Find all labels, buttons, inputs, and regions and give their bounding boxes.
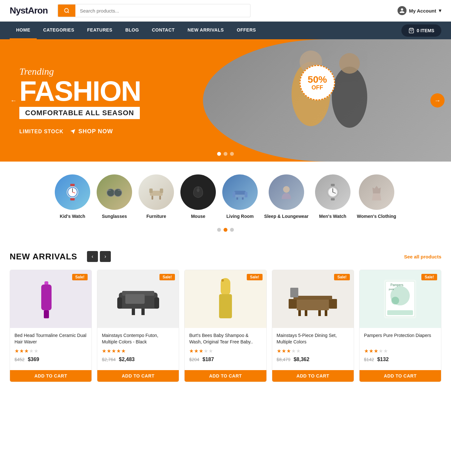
new-arrivals-section: NEW ARRIVALS ‹ › See all products Sale! … bbox=[0, 241, 451, 395]
product-prices-2: $2,764 $2,483 bbox=[102, 357, 174, 362]
category-mens-watch[interactable]: Men's Watch bbox=[315, 174, 350, 219]
product-sale-badge-2: Sale! bbox=[159, 274, 175, 280]
category-kids-watch[interactable]: Kid's Watch bbox=[55, 174, 90, 219]
banner-content: Trending FASHION COMFORTABLE ALL SEASON … bbox=[0, 53, 248, 148]
product-stars-4: ★★★★★ bbox=[277, 348, 349, 354]
add-to-cart-4[interactable]: Add to Cart bbox=[272, 370, 354, 382]
nav-item-features[interactable]: FEATURES bbox=[81, 22, 119, 39]
product-name-3: Burt's Bees Baby Shampoo & Wash, Origina… bbox=[189, 332, 262, 345]
category-living-room-label: Living Room bbox=[226, 214, 254, 219]
svg-rect-30 bbox=[331, 184, 335, 186]
shop-now-button[interactable]: SHOP NOW bbox=[70, 128, 113, 135]
product-card-3: Sale! Burt's Bees Baby Shampoo & Wash, O… bbox=[184, 270, 266, 382]
product-prices-1: $452 $369 bbox=[14, 357, 87, 362]
svg-point-0 bbox=[64, 8, 68, 12]
banner-dots bbox=[217, 152, 234, 156]
add-to-cart-2[interactable]: Add to Cart bbox=[97, 370, 179, 382]
svg-rect-64 bbox=[387, 310, 413, 315]
svg-rect-50 bbox=[289, 299, 297, 309]
category-sunglasses[interactable]: Sunglasses bbox=[97, 174, 132, 219]
nav-item-home[interactable]: HOME bbox=[10, 22, 37, 39]
nav-item-new-arrivals[interactable]: NEW ARRIVALS bbox=[181, 22, 230, 39]
svg-rect-27 bbox=[236, 197, 238, 200]
cat-dot-2[interactable] bbox=[224, 228, 227, 232]
main-nav: HOME CATEGORIES FEATURES BLOG CONTACT NE… bbox=[0, 22, 451, 39]
product-card-4: Sale! Mainstays 5-Piece Dining Set, Mult… bbox=[272, 270, 354, 382]
add-to-cart-5[interactable]: Add to Cart bbox=[360, 370, 441, 382]
nav-item-categories[interactable]: CATEGORIES bbox=[37, 22, 81, 39]
banner-stock-label: LIMITED STOCK bbox=[19, 129, 63, 135]
banner-dot-2[interactable] bbox=[224, 152, 227, 156]
category-mouse[interactable]: Mouse bbox=[180, 174, 216, 219]
product-price-old-3: $204 bbox=[189, 357, 199, 362]
search-input[interactable] bbox=[75, 5, 250, 17]
svg-rect-40 bbox=[117, 297, 122, 309]
svg-rect-48 bbox=[221, 279, 224, 282]
category-womens[interactable]: Women's Clothing bbox=[357, 174, 396, 219]
product-name-2: Mainstays Contempo Futon, Multiple Color… bbox=[102, 332, 174, 345]
banner-dot-1[interactable] bbox=[217, 152, 221, 156]
account-arrow: ▾ bbox=[439, 8, 441, 14]
product-info-5: Pampers Pure Protection Diapers ★★★★★ $1… bbox=[360, 328, 441, 367]
add-to-cart-3[interactable]: Add to Cart bbox=[185, 370, 266, 382]
search-button[interactable] bbox=[58, 5, 75, 17]
nav-item-blog[interactable]: BLOG bbox=[119, 22, 145, 39]
new-arrivals-title: NEW ARRIVALS bbox=[10, 252, 77, 262]
category-carousel-dots bbox=[10, 228, 441, 232]
search-container bbox=[57, 4, 251, 17]
svg-rect-45 bbox=[125, 294, 145, 304]
cat-dot-3[interactable] bbox=[230, 228, 234, 232]
svg-point-22 bbox=[197, 189, 200, 192]
discount-percent: 50% bbox=[308, 75, 327, 84]
add-to-cart-1[interactable]: Add to Cart bbox=[10, 370, 91, 382]
logo[interactable]: NystAron bbox=[10, 5, 48, 16]
product-img-3: Sale! bbox=[185, 270, 266, 328]
new-arrivals-prev[interactable]: ‹ bbox=[87, 251, 98, 262]
product-sale-badge-3: Sale! bbox=[247, 274, 263, 280]
nav-item-offers[interactable]: OFFERS bbox=[230, 22, 263, 39]
product-prices-4: $8,479 $8,362 bbox=[277, 357, 349, 362]
product-stars-3: ★★★★★ bbox=[189, 348, 262, 354]
svg-rect-43 bbox=[132, 309, 135, 315]
svg-rect-47 bbox=[219, 294, 232, 318]
product-price-old-5: $142 bbox=[364, 357, 374, 362]
svg-line-1 bbox=[68, 12, 69, 13]
banner-dot-3[interactable] bbox=[230, 152, 234, 156]
svg-rect-53 bbox=[298, 310, 301, 316]
cat-dot-1[interactable] bbox=[217, 228, 221, 232]
svg-text:pure: pure bbox=[389, 288, 394, 291]
product-price-old-2: $2,764 bbox=[102, 357, 116, 362]
product-name-5: Pampers Pure Protection Diapers bbox=[364, 332, 437, 345]
banner-next-button[interactable]: → bbox=[430, 93, 445, 107]
category-sunglasses-label: Sunglasses bbox=[102, 214, 127, 219]
svg-rect-18 bbox=[159, 196, 161, 200]
category-mouse-img bbox=[180, 174, 216, 210]
svg-rect-57 bbox=[290, 288, 298, 297]
svg-rect-19 bbox=[149, 189, 153, 193]
category-mens-watch-label: Men's Watch bbox=[319, 214, 347, 219]
category-living-room[interactable]: Living Room bbox=[222, 174, 258, 219]
svg-point-29 bbox=[283, 186, 290, 193]
product-sale-badge-5: Sale! bbox=[421, 274, 437, 280]
product-name-4: Mainstays 5-Piece Dining Set, Multiple C… bbox=[277, 332, 349, 345]
svg-point-13 bbox=[107, 189, 115, 197]
nav-item-contact[interactable]: CONTACT bbox=[145, 22, 181, 39]
svg-rect-55 bbox=[318, 310, 321, 316]
product-price-new-2: $2,483 bbox=[119, 357, 135, 362]
product-img-2: Sale! bbox=[97, 270, 179, 328]
category-womens-img bbox=[359, 174, 394, 210]
see-all-link[interactable]: See all products bbox=[404, 254, 441, 259]
category-sleep[interactable]: Sleep & Loungewear bbox=[264, 174, 309, 219]
new-arrivals-next[interactable]: › bbox=[100, 251, 111, 262]
account-area[interactable]: My Account ▾ bbox=[398, 6, 441, 15]
product-price-old-1: $452 bbox=[14, 357, 24, 362]
category-kids-watch-label: Kid's Watch bbox=[60, 214, 85, 219]
banner-prev-button[interactable]: ← bbox=[6, 93, 21, 107]
product-price-old-4: $8,479 bbox=[277, 357, 291, 362]
category-furniture[interactable]: Furniture bbox=[139, 174, 174, 219]
category-sleep-img bbox=[269, 174, 304, 210]
product-stars-5: ★★★★★ bbox=[364, 348, 437, 354]
new-arrivals-nav: ‹ › bbox=[87, 251, 111, 262]
cart-button[interactable]: 0 ITEMS bbox=[401, 24, 441, 37]
svg-rect-8 bbox=[70, 198, 75, 201]
